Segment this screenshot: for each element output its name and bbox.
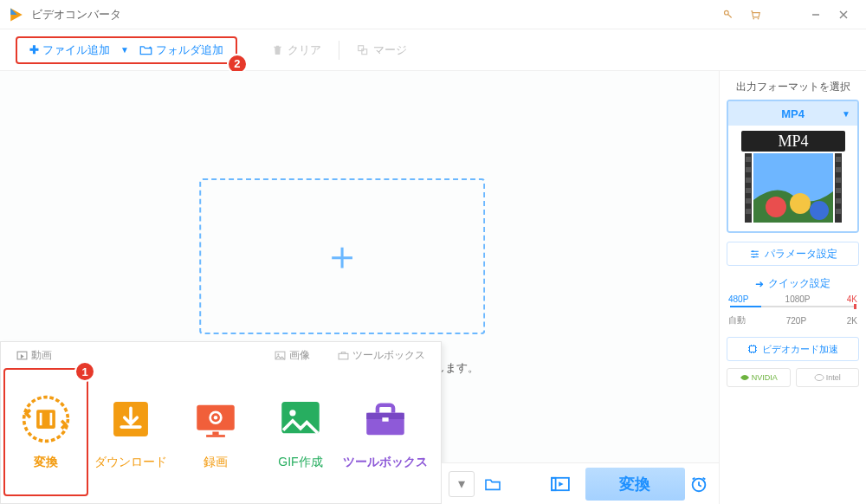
video-card-accel-button[interactable]: ビデオカード加速 bbox=[727, 337, 859, 361]
tool-card-toolbox-label: ツールボックス bbox=[343, 455, 428, 470]
svg-rect-37 bbox=[746, 178, 751, 183]
tab-toolbox[interactable]: ツールボックス bbox=[338, 348, 425, 363]
clock-icon bbox=[689, 475, 708, 494]
merge-label: マージ bbox=[373, 42, 407, 58]
drop-plus-icon: ＋ bbox=[322, 229, 362, 283]
app-title: ビデオコンバータ bbox=[31, 7, 714, 23]
video-tab-icon bbox=[16, 351, 28, 360]
open-folder-button[interactable] bbox=[475, 471, 511, 497]
svg-rect-36 bbox=[746, 167, 751, 172]
sliders-icon bbox=[749, 249, 760, 260]
output-format-selected: MP4 bbox=[781, 107, 805, 120]
tool-card-toolbox[interactable]: ツールボックス bbox=[343, 368, 428, 496]
svg-point-50 bbox=[810, 201, 829, 220]
convert-icon bbox=[21, 394, 71, 444]
parameter-settings-button[interactable]: パラメータ設定 bbox=[727, 242, 859, 266]
svg-point-20 bbox=[214, 416, 218, 420]
tool-card-record-label: 録画 bbox=[204, 455, 228, 470]
convert-button[interactable]: 変換 bbox=[585, 468, 685, 501]
film-button[interactable] bbox=[542, 471, 578, 497]
chevron-down-icon: ▼ bbox=[842, 109, 850, 119]
res-row-2: 自動 720P 2K bbox=[727, 314, 859, 326]
svg-rect-14 bbox=[36, 410, 55, 429]
convert-button-label: 変換 bbox=[619, 474, 650, 494]
tab-video[interactable]: 動画 bbox=[16, 348, 52, 363]
schedule-button[interactable] bbox=[685, 475, 712, 494]
add-file-dropdown[interactable]: ▼ bbox=[120, 45, 129, 55]
svg-rect-15 bbox=[40, 413, 42, 426]
svg-rect-7 bbox=[359, 45, 364, 50]
svg-rect-21 bbox=[212, 432, 218, 436]
tool-card-record[interactable]: 録画 bbox=[173, 368, 258, 496]
res-auto[interactable]: 自動 bbox=[728, 314, 746, 326]
res-720p[interactable]: 720P bbox=[786, 316, 806, 326]
folder-plus-icon bbox=[139, 44, 152, 55]
merge-button[interactable]: マージ bbox=[357, 42, 407, 58]
svg-rect-8 bbox=[362, 48, 367, 54]
bottom-tabs: 動画 画像 ツールボックス bbox=[1, 342, 441, 368]
output-format-title: 出力フォーマットを選択 bbox=[727, 80, 859, 94]
svg-rect-43 bbox=[836, 178, 841, 183]
key-icon[interactable] bbox=[714, 3, 741, 26]
gpu-brands: NVIDIA Intel bbox=[727, 368, 859, 387]
svg-point-48 bbox=[766, 197, 786, 217]
film-icon bbox=[551, 476, 570, 492]
add-folder-button[interactable]: フォルダ追加 bbox=[134, 39, 229, 61]
quick-settings-title: ➜ クイック設定 bbox=[727, 276, 859, 291]
svg-text:MP4: MP4 bbox=[778, 132, 808, 150]
trash-icon bbox=[272, 44, 283, 55]
plus-icon: ✚ bbox=[29, 43, 39, 56]
res-480p[interactable]: 480P bbox=[728, 294, 748, 304]
svg-rect-41 bbox=[836, 157, 841, 162]
svg-rect-16 bbox=[50, 413, 53, 426]
separator bbox=[339, 41, 339, 60]
main-area: ＋ こまでドラッグします。 動画 画像 ツールボックス bbox=[0, 71, 866, 504]
add-folder-label: フォルダ追加 bbox=[156, 42, 223, 58]
bottom-bar: ▾ 変換 bbox=[442, 462, 719, 504]
svg-point-24 bbox=[289, 410, 295, 416]
output-format-dropdown[interactable]: MP4 ▼ bbox=[728, 101, 857, 126]
right-panel: 出力フォーマットを選択 MP4 ▼ MP4 bbox=[719, 71, 866, 504]
tab-image[interactable]: 画像 bbox=[275, 348, 310, 363]
res-2k[interactable]: 2K bbox=[847, 316, 857, 326]
svg-point-53 bbox=[753, 255, 754, 257]
tool-card-download[interactable]: ダウンロード bbox=[88, 368, 173, 496]
tab-video-label: 動画 bbox=[31, 348, 52, 363]
tool-card-convert[interactable]: 1 変換 bbox=[3, 368, 88, 496]
output-path-dropdown[interactable]: ▾ bbox=[449, 471, 475, 497]
output-format-box: MP4 ▼ MP4 bbox=[727, 100, 859, 233]
svg-point-52 bbox=[755, 253, 757, 255]
close-button[interactable] bbox=[830, 3, 857, 26]
gif-icon bbox=[275, 394, 326, 444]
svg-rect-38 bbox=[746, 188, 751, 193]
minimize-button[interactable] bbox=[802, 3, 830, 26]
svg-rect-40 bbox=[746, 209, 751, 214]
res-1080p[interactable]: 1080P bbox=[785, 294, 811, 304]
app-logo-icon bbox=[9, 7, 24, 23]
cart-icon[interactable] bbox=[741, 3, 769, 26]
res-row-1: 480P 1080P 4K bbox=[727, 294, 859, 304]
intel-badge: Intel bbox=[796, 368, 860, 387]
svg-rect-45 bbox=[836, 198, 841, 204]
nvidia-icon bbox=[740, 373, 750, 382]
svg-rect-29 bbox=[552, 477, 556, 489]
tab-image-label: 画像 bbox=[289, 348, 310, 363]
res-4k[interactable]: 4K bbox=[847, 294, 857, 304]
video-card-accel-label: ビデオカード加速 bbox=[762, 343, 838, 356]
record-icon bbox=[191, 394, 241, 444]
format-thumbnail[interactable]: MP4 bbox=[728, 126, 857, 231]
add-file-button[interactable]: ✚ ファイル追加 bbox=[24, 39, 115, 61]
tool-card-gif[interactable]: GIF作成 bbox=[258, 368, 343, 496]
res-slider-1[interactable] bbox=[730, 306, 856, 307]
clear-button[interactable]: クリア bbox=[272, 42, 321, 58]
svg-rect-39 bbox=[746, 198, 751, 204]
add-file-label: ファイル追加 bbox=[42, 42, 110, 58]
tool-card-convert-label: 変換 bbox=[34, 455, 58, 470]
svg-point-1 bbox=[758, 17, 759, 19]
svg-rect-44 bbox=[836, 188, 841, 193]
download-icon bbox=[106, 394, 156, 444]
open-folder-icon bbox=[484, 477, 501, 491]
drop-box[interactable]: ＋ bbox=[199, 178, 485, 334]
annotation-box-2: ✚ ファイル追加 ▼ フォルダ追加 2 bbox=[16, 36, 237, 64]
svg-rect-12 bbox=[339, 353, 348, 359]
